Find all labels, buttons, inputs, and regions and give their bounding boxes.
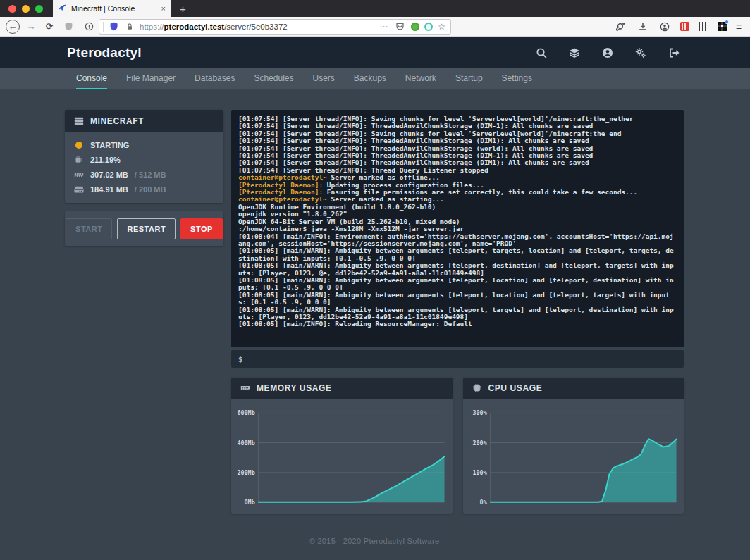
console-prompt: $ [238,355,242,363]
logout-icon[interactable] [668,47,680,58]
minimize-window-button[interactable] [22,5,30,13]
apps-grid-icon[interactable] [718,22,727,31]
start-button[interactable]: START [66,218,112,239]
url-scheme: https:// [140,23,164,31]
stop-button[interactable]: STOP [180,218,223,239]
memory-chart-title: MEMORY USAGE [257,383,332,393]
account-icon[interactable] [658,20,671,33]
pocket-icon[interactable] [393,20,406,33]
power-controls-card: START RESTART STOP [65,211,223,246]
cpu-chart-title: CPU USAGE [488,383,543,393]
svg-text:0Mb: 0Mb [245,499,255,506]
svg-text:400Mb: 400Mb [237,440,254,447]
status-badge: STARTING [74,141,214,149]
console-command-bar: $ [231,350,684,368]
servers-layers-icon[interactable] [569,47,580,58]
cpu-icon [472,383,482,393]
extension-teal-icon[interactable] [424,23,433,31]
svg-text:600Mb: 600Mb [237,409,254,416]
cpu-value: 211.19% [90,156,121,164]
reload-button[interactable]: ⟳ [42,21,56,32]
server-name: MINECRAFT [90,116,144,126]
memory-usage-chart-card: MEMORY USAGE 0Mb200Mb400Mb600Mb [231,378,453,514]
url-text: https://pterodactyl.test/server/5e0b3372 [140,23,376,31]
memory-value: 307.02 MB [90,170,128,179]
protections-shield-icon[interactable] [107,20,120,33]
console-line: [01:08:05] [main/WARN]: Ambiguity betwee… [238,262,677,277]
lock-icon[interactable] [123,20,136,33]
browser-tabstrip: Minecraft | Console × + [0,0,750,17]
pterodactyl-favicon [59,4,67,13]
console-line: [01:08:05] [main/WARN]: Ambiguity betwee… [238,277,677,292]
new-tab-button[interactable]: + [171,0,195,17]
url-bar[interactable]: https://pterodactyl.test/server/5e0b3372… [99,19,451,35]
memory-chart-plot: 0Mb200Mb400Mb600Mb [231,399,453,514]
tab-backups[interactable]: Backups [354,68,386,89]
browser-window: Minecraft | Console × + ← → ⟳ https://pt… [0,0,750,560]
console-line: [01:08:04] [main/INFO]: Environment: aut… [238,233,677,248]
search-icon[interactable] [536,47,547,58]
toolbar-right-icons: ≡ [615,20,744,33]
page-actions-icon[interactable]: ⋯ [379,22,388,32]
restart-button[interactable]: RESTART [117,218,176,239]
tab-network[interactable]: Network [405,68,436,89]
admin-gears-icon[interactable] [635,47,646,58]
tab-users[interactable]: Users [312,68,334,89]
status-dot-icon [75,142,82,149]
download-icon[interactable] [637,20,649,33]
cpu-usage-stat: 211.19% [74,156,214,164]
server-stats: STARTING 211.19% 307.02 MB [65,132,223,203]
tab-startup[interactable]: Startup [455,68,483,89]
server-card-header: MINECRAFT [65,110,223,132]
tab-close-icon[interactable]: × [161,4,166,13]
bookmark-star-icon[interactable]: ☆ [438,22,445,32]
user-account-icon[interactable] [602,47,613,58]
tracking-shield-icon[interactable] [62,20,75,33]
console-line: [01:08:05] [main/WARN]: Ambiguity betwee… [238,306,677,321]
wrench-icon[interactable] [615,20,627,33]
browser-tab[interactable]: Minecraft | Console × [53,0,171,17]
status-label: STARTING [90,141,129,149]
cpu-chart-plot: 0%100%200%300% [463,399,684,514]
page-content: MINECRAFT STARTING 211.19% [0,89,750,545]
window-controls [0,0,53,17]
svg-text:100%: 100% [472,469,487,476]
console-line: [01:08:05] [main/WARN]: Ambiguity betwee… [238,247,677,262]
svg-text:300%: 300% [472,409,487,416]
tab-settings[interactable]: Settings [502,68,532,89]
close-window-button[interactable] [8,5,16,13]
memory-icon [74,170,84,179]
disk-limit: / 200 MB [135,185,166,194]
urlbar-divider [103,22,104,32]
menu-icon[interactable]: ≡ [736,21,742,32]
disk-icon [74,185,84,194]
app-header: Pterodactyl [0,37,750,68]
tab-file-manager[interactable]: File Manager [126,68,176,89]
tab-databases[interactable]: Databases [195,68,235,89]
forward-button[interactable]: → [24,21,38,32]
memory-usage-stat: 307.02 MB / 512 MB [74,170,214,179]
permissions-info-icon[interactable] [82,20,95,33]
tab-schedules[interactable]: Schedules [254,68,293,89]
console-line: [01:08:05] [main/INFO]: Reloading Resour… [238,321,677,328]
header-icon-group [536,47,680,58]
server-nav: ConsoleFile ManagerDatabasesSchedulesUse… [0,68,750,89]
svg-text:200%: 200% [472,440,487,447]
page-actions: ⋯ ☆ [379,20,445,33]
server-info-card: MINECRAFT STARTING 211.19% [65,110,223,203]
console-output[interactable]: [01:07:54] [Server thread/INFO]: Saving … [231,110,684,347]
app-title: Pterodactyl [67,45,142,61]
browser-toolbar: ← → ⟳ https://pterodactyl.test/server/5e… [0,17,750,37]
extension-red-icon[interactable] [680,22,689,31]
url-path: /server/5e0b3372 [224,23,288,31]
disk-value: 184.91 MB [90,185,128,194]
memory-icon [240,383,250,393]
extension-bars-icon[interactable] [699,22,708,31]
console-line: [01:08:05] [main/WARN]: Ambiguity betwee… [238,292,677,306]
fullscreen-window-button[interactable] [35,5,43,13]
back-button[interactable]: ← [6,20,20,34]
console-command-input[interactable] [248,355,677,363]
extension-green-icon[interactable] [411,23,419,31]
tab-console[interactable]: Console [76,68,107,89]
cpu-chart-header: CPU USAGE [463,378,684,399]
